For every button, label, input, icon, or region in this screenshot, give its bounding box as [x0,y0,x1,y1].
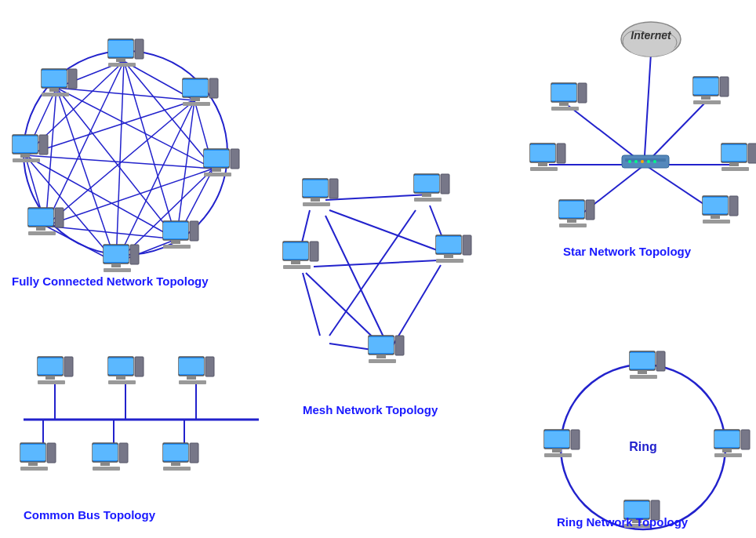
svg-line-39 [325,216,388,347]
svg-rect-197 [714,431,740,447]
svg-rect-65 [204,149,229,168]
svg-rect-179 [47,443,56,463]
svg-rect-155 [436,259,463,263]
svg-line-22 [56,88,176,239]
svg-rect-90 [42,69,67,88]
svg-line-12 [25,100,194,155]
svg-rect-209 [571,430,580,449]
svg-rect-71 [163,223,188,238]
svg-rect-200 [714,453,742,457]
svg-point-98 [627,38,674,56]
svg-rect-127 [559,202,584,217]
svg-rect-146 [283,242,308,260]
svg-rect-89 [13,158,40,162]
svg-line-35 [645,165,715,212]
svg-rect-78 [130,245,139,264]
svg-line-20 [45,226,176,239]
svg-rect-128 [567,219,576,223]
svg-rect-136 [303,179,328,198]
svg-rect-166 [108,357,133,376]
svg-rect-140 [303,202,330,206]
svg-rect-153 [444,254,453,258]
svg-rect-198 [722,449,732,453]
svg-rect-206 [544,430,569,449]
svg-rect-92 [49,88,59,92]
svg-line-19 [116,239,176,263]
svg-rect-165 [38,380,65,384]
svg-rect-91 [42,71,67,86]
svg-rect-73 [190,221,198,241]
svg-rect-59 [108,63,136,67]
svg-rect-143 [422,193,431,197]
svg-rect-83 [55,208,64,227]
svg-line-27 [45,88,56,226]
svg-line-30 [569,106,645,165]
svg-rect-86 [13,136,38,152]
svg-line-10 [116,100,194,263]
svg-rect-63 [209,78,218,98]
svg-rect-62 [191,97,200,101]
svg-rect-119 [557,144,565,163]
svg-line-24 [25,155,116,263]
svg-rect-72 [171,240,180,244]
svg-rect-69 [204,173,231,176]
svg-rect-131 [703,196,728,215]
fully-connected-label: Fully Connected Network Topology [12,274,209,288]
svg-rect-158 [376,354,386,358]
svg-rect-58 [135,39,144,59]
svg-rect-77 [111,264,121,267]
svg-rect-154 [463,235,471,255]
svg-rect-172 [179,358,204,374]
svg-line-44 [392,265,441,347]
svg-rect-93 [68,69,77,89]
svg-line-42 [314,260,438,267]
svg-rect-173 [187,376,196,380]
svg-line-2 [124,61,213,169]
svg-rect-161 [38,357,63,376]
svg-rect-175 [179,380,206,384]
svg-line-46 [303,273,320,336]
svg-rect-137 [303,180,328,196]
svg-rect-169 [135,357,144,376]
svg-line-36 [325,194,430,200]
svg-line-45 [329,344,383,351]
mesh-label: Mesh Network Topology [303,403,438,416]
svg-rect-111 [693,77,718,96]
svg-rect-129 [586,200,594,220]
svg-rect-210 [544,453,572,457]
svg-point-103 [641,160,644,163]
svg-rect-134 [729,196,738,216]
svg-line-41 [329,210,416,336]
bus-label: Common Bus Topology [24,508,155,522]
svg-rect-100 [625,158,666,162]
svg-rect-168 [116,376,125,380]
svg-rect-144 [441,174,449,194]
svg-line-16 [45,169,213,226]
svg-rect-133 [711,215,720,219]
svg-rect-121 [721,144,747,162]
svg-line-21 [25,155,176,239]
svg-rect-55 [108,39,133,58]
svg-rect-174 [205,357,214,376]
svg-rect-187 [163,445,188,460]
svg-rect-125 [721,167,749,171]
svg-rect-75 [104,245,129,264]
svg-rect-149 [310,242,318,261]
svg-rect-118 [538,162,547,166]
svg-rect-112 [693,78,718,94]
svg-point-105 [653,160,656,163]
svg-line-15 [116,169,213,263]
svg-line-8 [194,100,213,169]
svg-rect-80 [28,208,53,227]
svg-rect-189 [190,443,198,463]
svg-point-97 [652,33,677,52]
svg-rect-74 [163,245,191,249]
svg-line-23 [45,226,116,263]
svg-rect-164 [64,357,73,376]
svg-rect-177 [20,445,45,460]
svg-rect-186 [163,443,188,462]
svg-rect-142 [414,176,439,191]
svg-rect-135 [703,220,730,224]
svg-rect-115 [693,100,721,104]
svg-line-29 [645,53,651,155]
